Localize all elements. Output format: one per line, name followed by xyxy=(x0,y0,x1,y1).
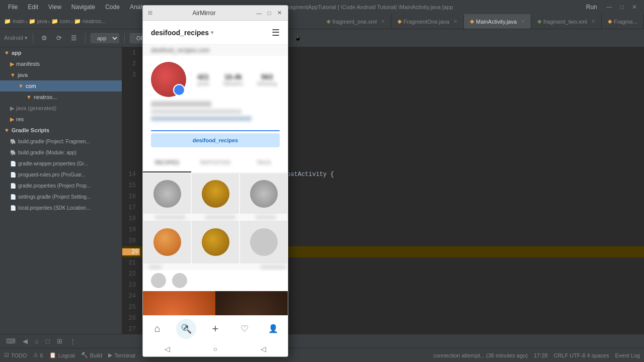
status-terminal[interactable]: ▶ Terminal xyxy=(108,352,135,358)
menu-edit[interactable]: Edit xyxy=(24,3,42,12)
gradle-icon: 🐘 xyxy=(10,139,16,144)
minimize-window-btn[interactable]: — xyxy=(256,10,263,17)
airmirror-window: ⊞ AirMirror — □ ✕ desifood_recipes ▾ ☰ d… xyxy=(142,5,288,357)
sidebar-item-app[interactable]: ▼ app xyxy=(0,47,122,58)
sidebar-item-com[interactable]: ▼ com xyxy=(0,80,122,92)
tab-recipes[interactable]: RECIPES xyxy=(143,153,191,172)
menu-navigate[interactable]: Navigate xyxy=(67,3,99,12)
hamburger-menu-btn[interactable]: ☰ xyxy=(272,27,280,38)
sidebar-item-neatroo[interactable]: ▼ neatroo... xyxy=(0,92,122,103)
bottom-keyboard-btn[interactable]: ⌨ xyxy=(4,336,18,346)
ide-background: File Edit View Navigate Code Analyze Fra… xyxy=(0,0,644,362)
status-build[interactable]: 🔨 Build xyxy=(81,352,102,358)
sidebar-item-res[interactable]: ▶ res xyxy=(0,114,122,125)
sidebar-item-gradle-scripts[interactable]: ▼ Gradle Scripts xyxy=(0,125,122,136)
toolbar-config-btn[interactable]: ☰ xyxy=(68,33,80,43)
minimize-btn[interactable]: — xyxy=(603,4,615,11)
toolbar-sync-btn[interactable]: ⟳ xyxy=(53,33,65,43)
nav-add-btn[interactable]: + xyxy=(205,319,225,339)
sidebar-item-proguard[interactable]: 📄 proguard-rules.pro (ProGuar... xyxy=(0,169,122,180)
grid-cell-1-3 xyxy=(240,173,287,214)
toolbar-settings-btn[interactable]: ⚙ xyxy=(38,33,50,43)
nav-profile-btn[interactable]: 👤 xyxy=(263,319,283,339)
app-username: desifood_recipes ▾ xyxy=(151,29,213,37)
build-icon: 🔨 xyxy=(81,352,88,358)
tab-close-icon[interactable]: ✕ xyxy=(453,19,457,24)
sidebar-item-gradle-wrapper[interactable]: 📄 gradle-wrapper.properties (Gr... xyxy=(0,158,122,169)
bottom-home-btn[interactable]: ⌂ xyxy=(33,336,41,346)
ide-tabs-bar: 📁 main › 📁 java › 📁 com › 📁 neatroo... ◆… xyxy=(0,14,644,29)
food-image-icon xyxy=(202,180,229,208)
tab-tags[interactable]: TAGS xyxy=(239,153,288,172)
profile-bio-blur xyxy=(151,109,242,114)
tab-close-icon[interactable]: ✕ xyxy=(521,19,525,24)
profile-section: 421 posts 10.4k followers 563 following xyxy=(143,56,288,153)
tab-reposted[interactable]: REPOSTED xyxy=(191,153,239,172)
android-home-btn[interactable]: ○ xyxy=(213,345,217,353)
ide-bottom-toolbar: ⌨ ◀ ⌂ □ ⊞ ⋮ xyxy=(0,334,644,348)
follow-bar xyxy=(151,130,280,131)
android-recents-btn[interactable]: ◁ xyxy=(261,345,266,353)
menu-file[interactable]: File xyxy=(4,3,22,12)
tab-mainactivity-java[interactable]: ◆ MainActivity.java ✕ xyxy=(464,14,531,29)
nav-heart-btn[interactable]: ♡ xyxy=(234,319,255,339)
app-dropdown[interactable]: app xyxy=(91,33,119,43)
food-image-icon xyxy=(250,180,278,208)
status-todo[interactable]: ☑ TODO xyxy=(4,352,27,358)
bottom-grid-btn[interactable]: ⊞ xyxy=(55,336,64,346)
sidebar-item-manifests[interactable]: ▶ manifests xyxy=(0,58,122,69)
status-event-log[interactable]: Event Log xyxy=(615,352,640,358)
tab-close-icon[interactable]: ✕ xyxy=(591,19,595,24)
sidebar-item-gradle-properties[interactable]: 📄 gradle.properties (Project Prop... xyxy=(0,180,122,191)
maximize-btn[interactable]: □ xyxy=(617,4,627,11)
follow-button[interactable]: desifood_recipes xyxy=(151,133,280,147)
tab-fragment-one-java[interactable]: ◆ FragmentOne.java ✕ xyxy=(391,14,464,29)
sidebar-item-build-gradle-module[interactable]: 🐘 build.gradle (Module: app) xyxy=(0,147,122,158)
folder-icon: ▶ xyxy=(10,105,14,112)
tab-fragment-one-xml[interactable]: ◆ fragment_one.xml ✕ xyxy=(320,14,391,29)
nav-search-btn[interactable]: 🔍 xyxy=(176,319,196,339)
restore-icon[interactable]: ⊞ xyxy=(148,10,152,16)
android-back-btn[interactable]: ◁ xyxy=(165,345,170,353)
nav-home-btn[interactable]: ⌂ xyxy=(147,319,168,339)
close-window-btn[interactable]: ✕ xyxy=(276,10,283,17)
grid-cell-2-2 xyxy=(192,221,239,263)
close-btn[interactable]: ✕ xyxy=(629,4,640,11)
tab-fragment[interactable]: ◆ Fragme... xyxy=(602,14,644,29)
folder-icon: ▶ xyxy=(10,61,14,67)
profile-name-blur xyxy=(151,101,211,107)
profile-icon: 👤 xyxy=(268,324,278,333)
bottom-back-btn[interactable]: ◀ xyxy=(21,336,30,346)
profile-link-blur xyxy=(151,116,252,121)
folder-icon: ▼ xyxy=(26,94,32,100)
grid-area xyxy=(143,173,288,270)
tab-close-icon[interactable]: ✕ xyxy=(381,19,385,24)
tab-fragment-two-xml[interactable]: ◆ fragment_two.xml ✕ xyxy=(531,14,602,29)
app-topbar: desifood_recipes ▾ ☰ xyxy=(143,21,288,45)
bottom-square-btn[interactable]: □ xyxy=(44,336,52,346)
status-problems[interactable]: ⚠ 6 xyxy=(33,352,43,358)
following-count: 563 xyxy=(257,73,277,81)
sidebar-item-settings-gradle[interactable]: 📄 settings.gradle (Project Setting... xyxy=(0,191,122,202)
menu-help[interactable]: Run xyxy=(582,3,601,12)
bottom-more-btn[interactable]: ⋮ xyxy=(67,336,78,346)
grid-labels-row xyxy=(143,214,288,220)
dropdown-icon[interactable]: ▾ xyxy=(211,30,213,35)
avd-btn[interactable]: 📱 xyxy=(291,33,305,43)
menu-view[interactable]: View xyxy=(44,3,65,12)
toolbar-android-label: Android ▾ xyxy=(4,35,28,41)
menu-code[interactable]: Code xyxy=(101,3,124,12)
maximize-window-btn[interactable]: □ xyxy=(266,10,273,17)
sidebar-item-local-properties[interactable]: 📄 local.properties (SDK Location... xyxy=(0,202,122,213)
status-logcat[interactable]: 📋 Logcat xyxy=(49,352,75,358)
sidebar-item-build-gradle-project[interactable]: 🐘 build.gradle (Project: Fragmen... xyxy=(0,136,122,147)
toolbar-separator2 xyxy=(85,33,86,43)
stat-followers: 10.4k followers xyxy=(223,73,243,86)
add-icon: + xyxy=(212,322,219,335)
blurred-username-strip: desifood_recipes.com xyxy=(143,45,288,56)
profile-row: 421 posts 10.4k followers 563 following xyxy=(151,62,280,97)
sidebar-item-java[interactable]: ▼ java xyxy=(0,69,122,80)
bottom-nav: ⌂ 🔍 + ♡ 👤 xyxy=(143,315,288,341)
following-label: following xyxy=(257,81,277,86)
sidebar-item-java-generated[interactable]: ▶ java (generated) xyxy=(0,103,122,114)
